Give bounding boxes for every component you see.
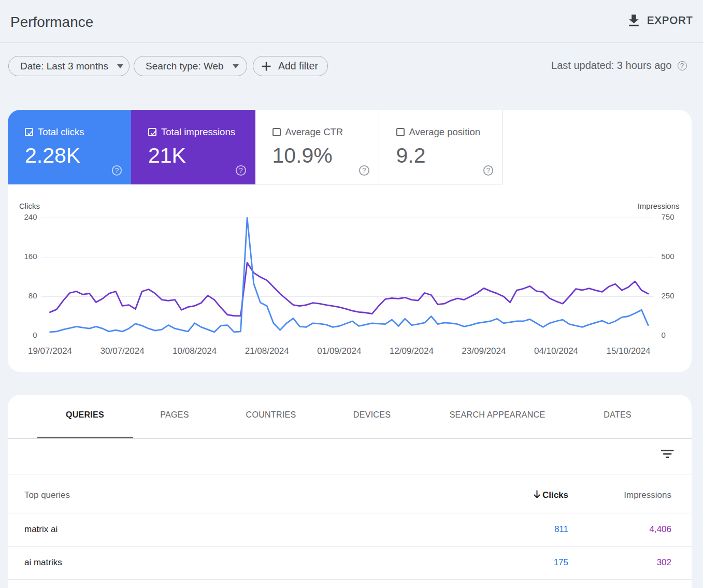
- svg-text:10/08/2024: 10/08/2024: [173, 346, 217, 356]
- svg-text:Clicks: Clicks: [19, 202, 40, 210]
- svg-text:250: 250: [662, 291, 675, 300]
- svg-text:12/09/2024: 12/09/2024: [390, 346, 434, 356]
- svg-text:80: 80: [28, 291, 37, 300]
- svg-text:Impressions: Impressions: [638, 202, 680, 210]
- svg-text:0: 0: [33, 331, 37, 339]
- svg-text:160: 160: [24, 252, 37, 261]
- svg-text:750: 750: [662, 212, 675, 221]
- svg-text:23/09/2024: 23/09/2024: [462, 346, 506, 356]
- svg-text:01/09/2024: 01/09/2024: [317, 346, 361, 356]
- svg-text:240: 240: [24, 212, 37, 221]
- svg-text:0: 0: [662, 331, 666, 339]
- svg-text:15/10/2024: 15/10/2024: [606, 346, 650, 356]
- svg-text:04/10/2024: 04/10/2024: [534, 346, 578, 356]
- svg-text:30/07/2024: 30/07/2024: [101, 346, 145, 356]
- svg-text:19/07/2024: 19/07/2024: [28, 346, 72, 356]
- svg-text:500: 500: [662, 252, 675, 261]
- svg-text:21/08/2024: 21/08/2024: [245, 346, 289, 356]
